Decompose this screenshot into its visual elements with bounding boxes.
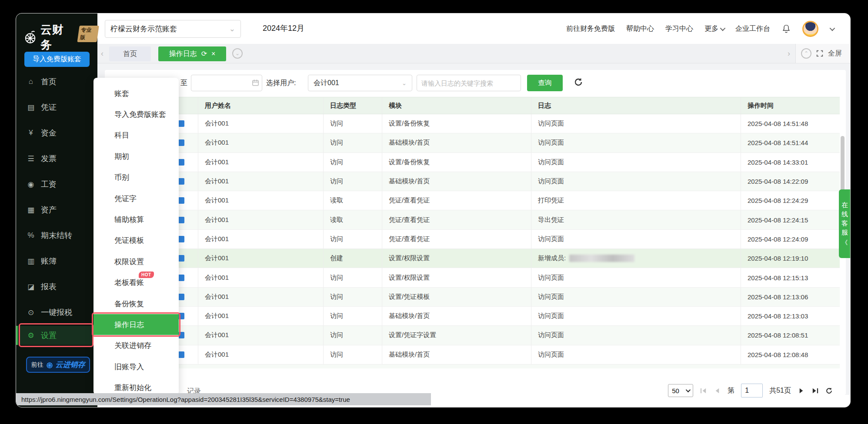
sidebar-item-label: 资产: [41, 205, 57, 215]
tabs-scroll-left-icon[interactable]: ‹: [101, 49, 103, 58]
cell-user-name: 会计001: [198, 345, 324, 364]
salary-icon: ◉: [27, 180, 35, 189]
page-size-select[interactable]: 50: [668, 384, 693, 397]
last-page-icon[interactable]: [811, 387, 819, 394]
hidden-link-fragment: [178, 120, 184, 127]
sidebar-item-发票[interactable]: ☰发票: [16, 149, 97, 168]
tab-close-icon[interactable]: ×: [211, 50, 215, 57]
page-number-input[interactable]: [741, 384, 763, 398]
cell-module: 设置/凭证模板: [382, 288, 531, 306]
sidebar-item-资产[interactable]: ▦资产: [16, 200, 97, 219]
popup-item-备份恢复[interactable]: 备份恢复: [93, 293, 179, 314]
account-set-value: 柠檬云财务示范账套: [110, 24, 177, 34]
account-set-select[interactable]: 柠檬云财务示范账套 ⌄: [105, 20, 241, 38]
log-keyword-search-input[interactable]: [417, 75, 521, 91]
next-page-icon[interactable]: [798, 387, 805, 394]
status-url: https://jpro6.ningmengyun.com/Settings/O…: [21, 396, 350, 403]
popup-item-导入免费版账套[interactable]: 导入免费版账套: [93, 104, 179, 125]
top-link-学习中心[interactable]: 学习中心: [665, 24, 693, 33]
top-link-企业工作台[interactable]: 企业工作台: [735, 24, 770, 33]
user-select[interactable]: 会计001 ⌄: [308, 75, 412, 91]
online-service-tab[interactable]: 在线客服《: [839, 189, 851, 258]
total-pages-label: 共51页: [769, 386, 791, 395]
sidebar: 云财务 专业版 导入免费版账套 ⌂首页▤凭证¥资金☰发票◉工资▦资产%期末结转▥…: [16, 13, 97, 407]
sidebar-item-工资[interactable]: ◉工资: [16, 175, 97, 194]
service-tab-char: 客: [841, 219, 848, 227]
sidebar-item-label: 账簿: [41, 256, 57, 266]
sidebar-item-凭证[interactable]: ▤凭证: [16, 98, 97, 117]
query-button[interactable]: 查询: [527, 75, 563, 91]
pager-refresh-icon[interactable]: [825, 387, 833, 394]
popup-item-旧账导入[interactable]: 旧账导入: [93, 356, 179, 377]
popup-item-label: 旧账导入: [114, 362, 144, 372]
import-free-account-button[interactable]: 导入免费版账套: [24, 52, 90, 67]
cell-module: 凭证/查看凭证: [382, 210, 531, 229]
top-bar: 柠檬云财务示范账套 ⌄ 2024年12月 前往财务免费版帮助中心学习中心更多企业…: [97, 13, 851, 44]
sidebar-item-label: 资金: [41, 128, 57, 138]
popup-item-科目[interactable]: 科目: [93, 125, 179, 146]
fullscreen-label[interactable]: 全屏: [828, 49, 842, 58]
hidden-link-fragment: [178, 313, 184, 319]
cell-user-name: 会计001: [198, 114, 324, 133]
cell-module: 基础模块/首页: [382, 172, 531, 191]
cell-time: 2025-04-08 12:19:10: [741, 249, 840, 268]
refresh-icon[interactable]: [574, 77, 583, 87]
tab-refresh-icon[interactable]: ⟳: [201, 50, 207, 57]
cell-log-type: 访问: [324, 268, 382, 287]
sidebar-item-期末结转[interactable]: %期末结转: [16, 226, 97, 245]
popup-item-关联进销存[interactable]: 关联进销存: [93, 335, 179, 356]
cell-module: 凭证/查看凭证: [382, 191, 531, 210]
calendar-icon[interactable]: [252, 79, 259, 86]
cell-user-name: 会计001: [198, 230, 324, 248]
cell-log: 访问页面: [531, 114, 741, 133]
popup-item-账套[interactable]: 账套: [93, 83, 179, 104]
popup-item-权限设置[interactable]: 权限设置: [93, 251, 179, 272]
popup-item-期初[interactable]: 期初: [93, 146, 179, 167]
cell-user-name: 会计001: [198, 307, 324, 325]
hidden-link-fragment: [178, 275, 184, 281]
hidden-link-fragment: [178, 139, 184, 146]
notification-bell-icon[interactable]: [781, 23, 791, 34]
top-link-前往财务免费版[interactable]: 前往财务免费版: [566, 24, 615, 33]
cell-module: 设置/权限设置: [382, 268, 531, 287]
table-row: 会计001访问设置/凭证字设置访问页面2025-04-08 12:08:51: [112, 326, 840, 345]
report-icon: ◪: [27, 282, 35, 292]
table-row: 会计001访问基础模块/首页访问页面2025-04-08 12:08:48: [112, 345, 840, 364]
prev-page-icon[interactable]: [714, 387, 721, 394]
user-select-value: 会计001: [314, 79, 339, 88]
sidebar-item-一键报税[interactable]: ⊙一键报税: [16, 303, 97, 322]
popup-item-label: 科目: [114, 130, 129, 140]
popup-item-操作日志[interactable]: 操作日志: [93, 314, 179, 335]
user-avatar[interactable]: [802, 21, 818, 37]
popup-item-凭证模板[interactable]: 凭证模板: [93, 230, 179, 251]
popup-item-凭证字[interactable]: 凭证字: [93, 188, 179, 209]
avatar-chevron-down-icon[interactable]: [830, 25, 835, 31]
hidden-link-fragment: [178, 236, 184, 242]
tabs-scroll-right-icon[interactable]: ›: [788, 49, 790, 58]
collapse-up-icon[interactable]: ⌃: [801, 48, 811, 59]
top-link-帮助中心[interactable]: 帮助中心: [626, 24, 654, 33]
sidebar-item-设置[interactable]: ⚙设置: [16, 326, 97, 345]
popup-item-币别[interactable]: 币别: [93, 167, 179, 188]
popup-item-辅助核算[interactable]: 辅助核算: [93, 209, 179, 230]
cell-log-type: 访问: [324, 230, 382, 248]
fullscreen-expand-icon[interactable]: [816, 50, 824, 57]
tabs-dropdown-icon[interactable]: ⌄: [232, 48, 243, 59]
table-row: 会计001访问凭证/查看凭证访问页面2025-04-08 12:24:09: [112, 230, 840, 249]
tab-operation-log[interactable]: 操作日志 ⟳ ×: [158, 46, 226, 61]
sidebar-item-报表[interactable]: ◪报表: [16, 277, 97, 296]
cell-module: 设置/凭证字设置: [382, 326, 531, 344]
hidden-link-fragment: [178, 159, 184, 166]
date-to-label: 至: [180, 79, 187, 88]
tab-home[interactable]: 首页: [109, 46, 151, 61]
top-link-更多[interactable]: 更多: [704, 24, 724, 33]
sidebar-item-label: 一键报税: [41, 307, 72, 318]
sidebar-item-首页[interactable]: ⌂首页: [16, 72, 97, 91]
sidebar-item-资金[interactable]: ¥资金: [16, 123, 97, 142]
sidebar-item-账簿[interactable]: ▥账簿: [16, 252, 97, 271]
popup-item-label: 凭证字: [114, 194, 137, 204]
goto-inventory-button[interactable]: 前往 云进销存: [26, 357, 90, 373]
first-page-icon[interactable]: [700, 387, 707, 394]
hidden-link-fragment: [178, 351, 184, 358]
popup-item-老板看账[interactable]: 老板看账HOT: [93, 272, 179, 293]
